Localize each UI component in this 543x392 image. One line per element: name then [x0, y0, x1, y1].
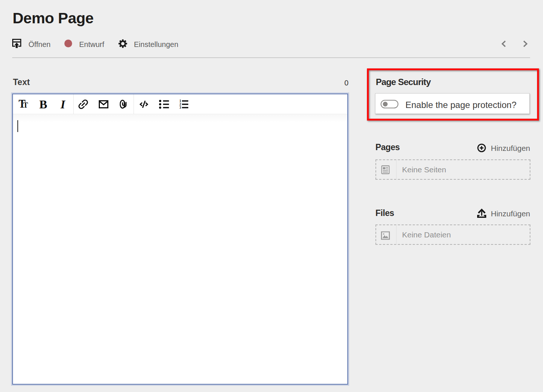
svg-text:3: 3: [179, 106, 181, 109]
